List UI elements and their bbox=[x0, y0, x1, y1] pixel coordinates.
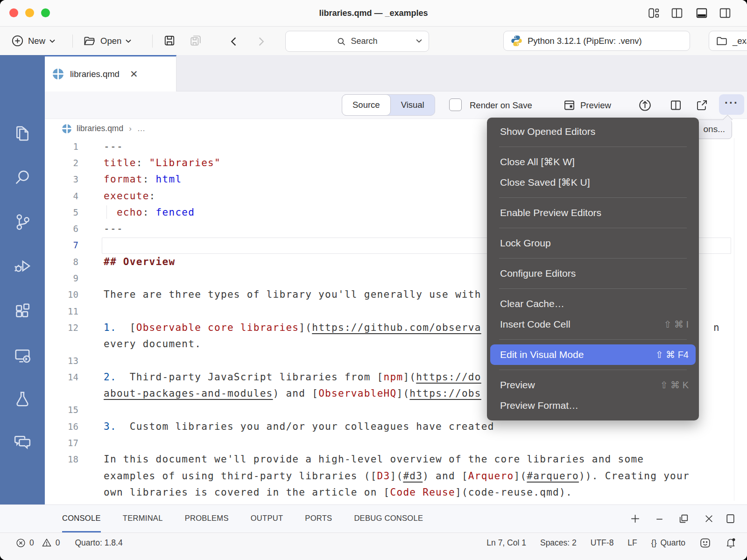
menu-item-insert-code-cell[interactable]: Insert Code Cell⇧ ⌘ I bbox=[487, 314, 699, 335]
panel-tab-output[interactable]: OUTPUT bbox=[251, 505, 283, 532]
back-icon[interactable] bbox=[230, 37, 237, 46]
search-placeholder: Search bbox=[351, 36, 377, 46]
customize-layout-icon[interactable] bbox=[648, 7, 660, 19]
panel-tab-console[interactable]: CONSOLE bbox=[62, 505, 101, 532]
comments-icon[interactable] bbox=[13, 432, 32, 451]
menu-item-configure-editors[interactable]: Configure Editors bbox=[487, 263, 699, 284]
notifications-bell-icon[interactable] bbox=[725, 537, 736, 548]
panel-minimize-icon[interactable] bbox=[654, 513, 665, 525]
preview-label[interactable]: Preview bbox=[580, 91, 611, 119]
code-text: 3. Custom libraries you and/or your coll… bbox=[78, 421, 494, 432]
cursor-position-status[interactable]: Ln 7, Col 1 bbox=[486, 538, 526, 548]
more-actions-button[interactable]: ··· bbox=[719, 94, 744, 115]
panel-restore-icon[interactable] bbox=[678, 513, 690, 525]
line-number: 3 bbox=[45, 174, 78, 184]
menu-item-show-opened-editors[interactable]: Show Opened Editors bbox=[487, 121, 699, 142]
search-input[interactable]: Search bbox=[285, 31, 429, 52]
quarto-version-status[interactable]: Quarto: 1.8.4 bbox=[75, 538, 122, 548]
code-text: --- bbox=[78, 141, 123, 152]
split-editor-icon[interactable] bbox=[669, 99, 682, 112]
chevron-down-icon[interactable] bbox=[416, 39, 422, 43]
menu-item-label: Clear Cache… bbox=[500, 298, 564, 309]
code-line[interactable]: own libraries is covered in the article … bbox=[45, 484, 747, 500]
source-control-icon[interactable] bbox=[13, 212, 32, 231]
toggle-secondary-sidebar-icon[interactable] bbox=[719, 7, 731, 19]
menu-divider bbox=[499, 228, 687, 228]
menu-item-label: Preview bbox=[500, 379, 535, 391]
explorer-icon[interactable] bbox=[13, 124, 32, 143]
line-number: 6 bbox=[45, 224, 78, 234]
source-mode-button[interactable]: Source bbox=[342, 94, 391, 116]
extensions-icon[interactable] bbox=[13, 301, 32, 320]
line-number: 18 bbox=[45, 454, 78, 464]
menu-item-preview[interactable]: Preview⇧ ⌘ K bbox=[487, 375, 699, 395]
panel-maximize-icon[interactable] bbox=[725, 513, 736, 525]
tab-close-icon[interactable]: ✕ bbox=[130, 69, 138, 79]
new-button[interactable]: New bbox=[11, 27, 55, 55]
save-icon[interactable] bbox=[163, 35, 176, 47]
line-number: 9 bbox=[45, 273, 78, 283]
language-mode-status[interactable]: {} Quarto bbox=[651, 538, 685, 548]
panel-plus-icon[interactable] bbox=[629, 513, 641, 525]
open-folder-icon bbox=[83, 35, 96, 48]
sessions-icon[interactable] bbox=[13, 346, 32, 364]
code-line[interactable]: 17 bbox=[45, 434, 747, 451]
editor-action-bar: Source Visual Render on Save Preview ··· bbox=[45, 91, 747, 119]
menu-item-close-all-k-w[interactable]: Close All [⌘K W] bbox=[487, 152, 699, 172]
indentation-status[interactable]: Spaces: 2 bbox=[540, 538, 577, 548]
interpreter-label: Python 3.12.1 (PipEnv: .venv) bbox=[528, 36, 642, 46]
panel-tab-debug-console[interactable]: DEBUG CONSOLE bbox=[354, 505, 423, 532]
menu-item-shortcut: ⇧ ⌘ F4 bbox=[655, 349, 689, 360]
search-sidebar-icon[interactable] bbox=[13, 168, 32, 187]
menu-divider bbox=[499, 197, 687, 198]
tab-libraries-qmd[interactable]: libraries.qmd ✕ bbox=[45, 55, 176, 91]
search-icon bbox=[337, 37, 346, 46]
menu-item-clear-cache[interactable]: Clear Cache… bbox=[487, 294, 699, 314]
divider bbox=[72, 35, 73, 48]
line-number: 1 bbox=[45, 141, 78, 152]
forward-icon[interactable] bbox=[258, 37, 265, 46]
workspace-label: _examples bbox=[733, 36, 747, 46]
open-button[interactable]: Open bbox=[83, 27, 131, 55]
menu-item-edit-in-visual-mode[interactable]: Edit in Visual Mode⇧ ⌘ F4 bbox=[490, 344, 696, 365]
panel-close-icon[interactable] bbox=[703, 513, 715, 525]
preview-icon[interactable] bbox=[563, 99, 576, 112]
workspace-button[interactable]: _examples bbox=[709, 31, 747, 51]
render-icon[interactable] bbox=[638, 98, 652, 112]
breadcrumb-file[interactable]: libraries.qmd bbox=[77, 124, 123, 133]
feedback-smiley-icon[interactable] bbox=[699, 537, 711, 549]
app-window: libraries.qmd — _examples New Open Searc… bbox=[0, 0, 747, 560]
menu-item-lock-group[interactable]: Lock Group bbox=[487, 233, 699, 253]
save-all-icon[interactable] bbox=[190, 35, 202, 47]
interpreter-selector[interactable]: Python 3.12.1 (PipEnv: .venv) bbox=[503, 31, 690, 51]
visual-mode-button[interactable]: Visual bbox=[391, 100, 435, 110]
problems-status[interactable]: 0 0 bbox=[16, 538, 60, 548]
toggle-panel-icon[interactable] bbox=[696, 7, 708, 19]
run-debug-icon[interactable] bbox=[13, 257, 32, 275]
panel-tab-terminal[interactable]: TERMINAL bbox=[123, 505, 163, 532]
top-action-bar: New Open Search Python 3.12.1 (PipEnv: .… bbox=[0, 27, 747, 56]
line-number: 17 bbox=[45, 438, 78, 448]
panel-tab-ports[interactable]: PORTS bbox=[305, 505, 332, 532]
code-text: --- bbox=[78, 223, 123, 234]
code-text: about-packages-and-modules) and [Observa… bbox=[78, 388, 481, 399]
divider bbox=[152, 35, 153, 48]
menu-item-label: Configure Editors bbox=[500, 268, 576, 279]
code-line[interactable]: examples of using third-party libraries … bbox=[45, 468, 747, 484]
menu-item-close-saved-k-u[interactable]: Close Saved [⌘K U] bbox=[487, 172, 699, 193]
open-in-new-window-icon[interactable] bbox=[696, 99, 708, 112]
line-number: 4 bbox=[45, 191, 78, 201]
menu-item-preview-format[interactable]: Preview Format… bbox=[487, 395, 699, 416]
menu-item-enable-preview-editors[interactable]: Enable Preview Editors bbox=[487, 203, 699, 223]
code-text: format: html bbox=[78, 174, 182, 185]
toggle-primary-sidebar-icon[interactable] bbox=[671, 7, 683, 19]
encoding-status[interactable]: UTF-8 bbox=[591, 538, 614, 548]
panel-tab-problems[interactable]: PROBLEMS bbox=[185, 505, 229, 532]
eol-status[interactable]: LF bbox=[627, 538, 637, 548]
code-line[interactable]: 18In this document we'll provide a high-… bbox=[45, 451, 747, 468]
code-line[interactable]: 163. Custom libraries you and/or your co… bbox=[45, 418, 747, 434]
editor-actions-menu: Show Opened EditorsClose All [⌘K W]Close… bbox=[487, 118, 699, 420]
breadcrumb-symbol[interactable]: … bbox=[137, 124, 146, 133]
testing-icon[interactable] bbox=[13, 390, 32, 408]
render-on-save-checkbox[interactable] bbox=[449, 98, 462, 111]
